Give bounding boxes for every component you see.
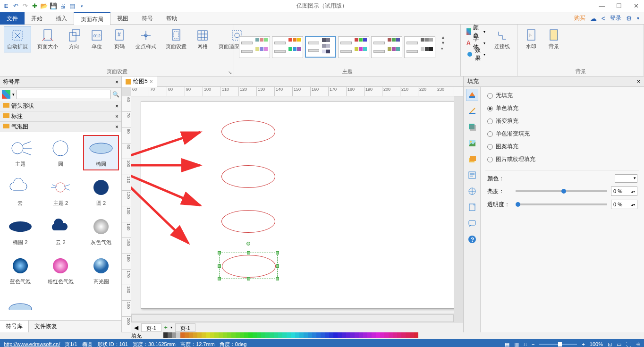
shape-云[interactable]: 云 <box>2 174 38 210</box>
theme-thumb[interactable] <box>404 36 435 58</box>
view-mode-1-icon[interactable]: ▦ <box>505 341 509 347</box>
undo-icon[interactable]: ↶ <box>11 2 20 10</box>
rtab-line-icon[interactable] <box>466 105 478 117</box>
cloud-upload-icon[interactable]: ☁ <box>590 15 597 22</box>
shape-蓝色气泡[interactable]: 蓝色气泡 <box>2 253 38 288</box>
symbol-search-input[interactable] <box>17 90 110 99</box>
theme-thumb[interactable] <box>338 36 369 58</box>
rtab-fill-icon[interactable] <box>466 89 478 101</box>
menu-collapse-icon[interactable]: ▾ <box>637 16 639 21</box>
zoom-in-icon[interactable]: + <box>582 341 585 347</box>
shape-灰色气泡[interactable]: 灰色气泡 <box>83 213 119 249</box>
shape-椭圆 2[interactable]: 椭圆 2 <box>2 213 38 249</box>
selected-shape[interactable] <box>219 253 278 279</box>
grid-snap-icon[interactable]: ⁜ <box>636 341 640 347</box>
shape-高光圆[interactable]: 高光圆 <box>83 253 119 288</box>
btn-page-settings[interactable]: 页面设置 <box>162 26 190 52</box>
rtab-comment-icon[interactable] <box>466 217 478 229</box>
rtab-layers-icon[interactable] <box>466 153 478 165</box>
theme-thumb[interactable] <box>305 36 336 58</box>
btn-unit[interactable]: 012单位 <box>87 26 107 52</box>
rtab-note-icon[interactable] <box>466 201 478 213</box>
menu-symbol[interactable]: 符号 <box>135 12 160 25</box>
fill-option-3[interactable]: 单色渐变填充 <box>487 130 637 138</box>
page-add-icon[interactable]: + <box>164 324 168 331</box>
btn-page-size[interactable]: 页面大小 <box>34 26 61 52</box>
shape-圆[interactable]: 圆 <box>42 135 78 170</box>
color-strip[interactable] <box>163 332 418 339</box>
fill-option-2[interactable]: 渐变填充 <box>487 117 637 125</box>
canvas-viewport[interactable] <box>131 96 454 313</box>
fullscreen-icon[interactable]: ⛶ <box>626 341 631 347</box>
login-link[interactable]: 登录 <box>610 14 621 22</box>
shape-主题 2[interactable]: 主题 2 <box>42 174 78 210</box>
doc-tab[interactable]: 绘图5 × <box>122 76 157 87</box>
shape-圆 2[interactable]: 圆 2 <box>83 174 119 210</box>
search-icon[interactable]: 🔍 <box>112 91 119 98</box>
fill-option-0[interactable]: 无填充 <box>487 92 637 100</box>
zoom-slider[interactable] <box>539 344 577 345</box>
share-icon[interactable]: < <box>602 15 605 22</box>
btn-orientation[interactable]: 方向 <box>64 26 84 52</box>
category-bubble[interactable]: 气泡图× <box>0 122 121 132</box>
minimize-button[interactable]: — <box>596 1 608 11</box>
redo-icon[interactable]: ↷ <box>21 2 29 10</box>
view-mode-2-icon[interactable]: ▥ <box>514 341 519 347</box>
opacity-slider[interactable] <box>516 203 607 205</box>
rtab-text-icon[interactable] <box>466 169 478 181</box>
theme-scroll-down-icon[interactable]: ▼ <box>441 41 445 45</box>
theme-thumb[interactable] <box>272 36 303 58</box>
settings-icon[interactable]: ⚙ <box>626 15 632 22</box>
fill-option-1[interactable]: 单色填充 <box>487 104 637 112</box>
rtab-picture-icon[interactable] <box>466 137 478 149</box>
btn-grid[interactable]: 网格 <box>193 26 212 52</box>
theme-thumb[interactable] <box>371 36 402 58</box>
panel-close-icon[interactable]: × <box>115 79 119 85</box>
shape-椭圆[interactable]: 椭圆 <box>83 135 119 170</box>
menu-file[interactable]: 文件 <box>0 12 25 25</box>
zoom-out-icon[interactable]: − <box>532 341 534 347</box>
theme-thumb[interactable] <box>239 36 270 58</box>
page-tab-alt[interactable]: 页-1 <box>175 323 195 332</box>
fill-option-4[interactable]: 图案填充 <box>487 143 637 151</box>
doc-tab-close-icon[interactable]: × <box>150 78 153 85</box>
btn-page-number[interactable]: #页码 <box>110 26 129 52</box>
buy-link[interactable]: 购买 <box>574 14 585 22</box>
theme-expand-icon[interactable]: ▾ <box>441 46 445 51</box>
rtab-help-icon[interactable]: ? <box>466 233 478 245</box>
category-arrows[interactable]: 箭头形状× <box>0 101 121 111</box>
open-icon[interactable]: 📂 <box>40 2 48 10</box>
print-icon[interactable]: 🖨 <box>59 2 67 10</box>
export-icon[interactable]: ▤ <box>68 2 76 10</box>
btn-background[interactable]: 背景 <box>544 26 564 52</box>
qat-more-icon[interactable]: ▾ <box>77 2 86 10</box>
opacity-value[interactable]: 0 %▴▾ <box>611 200 637 209</box>
maximize-button[interactable]: ☐ <box>613 1 625 11</box>
tab-symbols[interactable]: 符号库 <box>0 321 29 332</box>
page-first-icon[interactable]: ◀ <box>134 324 138 331</box>
shape-粉红色气泡[interactable]: 粉红色气泡 <box>42 253 78 288</box>
fit-page-icon[interactable]: ⊡ <box>608 341 612 347</box>
fill-option-5[interactable]: 图片或纹理填充 <box>487 155 637 163</box>
btn-connector[interactable]: 连接线 <box>491 26 513 74</box>
brightness-slider[interactable] <box>516 190 607 192</box>
theme-scroll-up-icon[interactable]: ▲ <box>441 35 445 40</box>
rtab-shadow-icon[interactable] <box>466 121 478 133</box>
canvas-scroll-horizontal[interactable] <box>131 314 454 322</box>
rtab-hyperlink-icon[interactable] <box>466 185 478 197</box>
menu-insert[interactable]: 插入 <box>49 12 74 25</box>
ellipse-shape[interactable] <box>221 120 275 143</box>
shape-云 2[interactable]: 云 2 <box>42 213 78 249</box>
view-mode-3-icon[interactable]: ⎍ <box>524 341 527 347</box>
zoom-level[interactable]: 100% <box>590 341 603 347</box>
menu-start[interactable]: 开始 <box>25 12 49 25</box>
btn-theme-effect[interactable]: 效果▾ <box>465 49 487 59</box>
category-callouts[interactable]: 标注× <box>0 111 121 122</box>
shape-主题[interactable]: 主题 <box>2 135 38 170</box>
tab-recovery[interactable]: 文件恢复 <box>29 321 63 332</box>
fill-panel-close-icon[interactable]: × <box>637 78 640 85</box>
page-tab[interactable]: 页-1 <box>141 323 161 332</box>
page-setup-launcher-icon[interactable]: ↘ <box>228 70 232 75</box>
btn-auto-extend[interactable]: 自动扩展 <box>4 26 31 52</box>
btn-watermark[interactable]: A水印 <box>521 26 541 52</box>
